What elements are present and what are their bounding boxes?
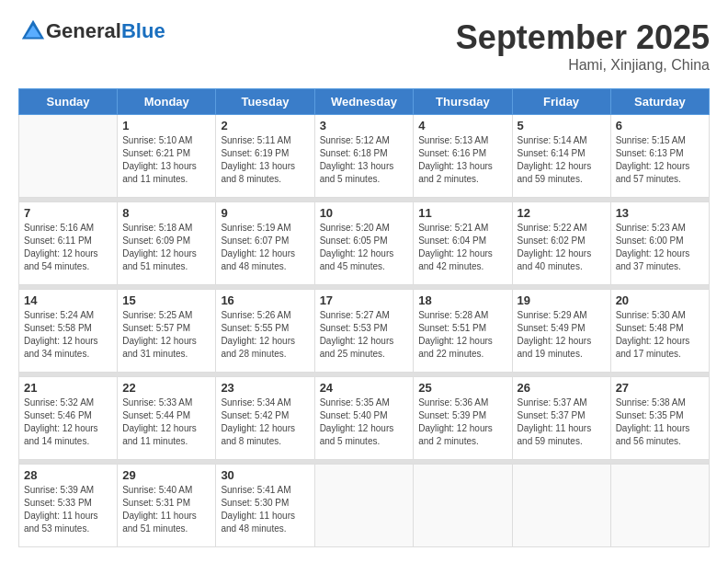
calendar-day-cell: 15Sunrise: 5:25 AMSunset: 5:57 PMDayligh…: [118, 290, 216, 373]
location-title: Hami, Xinjiang, China: [456, 57, 710, 74]
page-header: GeneralBlue September 2025 Hami, Xinjian…: [18, 18, 710, 74]
calendar-week-row: 14Sunrise: 5:24 AMSunset: 5:58 PMDayligh…: [19, 290, 710, 373]
day-number: 26: [518, 381, 606, 395]
calendar-day-cell: 3Sunrise: 5:12 AMSunset: 6:18 PMDaylight…: [314, 115, 414, 198]
day-of-week-header: Friday: [512, 89, 610, 115]
day-info: Sunrise: 5:40 AMSunset: 5:31 PMDaylight:…: [122, 484, 210, 535]
day-of-week-header: Monday: [118, 89, 216, 115]
calendar-day-cell: 20Sunrise: 5:30 AMSunset: 5:48 PMDayligh…: [610, 290, 709, 373]
calendar-day-cell: 21Sunrise: 5:32 AMSunset: 5:46 PMDayligh…: [19, 377, 118, 460]
calendar-day-cell: [314, 465, 414, 547]
calendar-day-cell: 27Sunrise: 5:38 AMSunset: 5:35 PMDayligh…: [610, 377, 709, 460]
day-number: 1: [122, 119, 210, 132]
day-number: 27: [616, 381, 704, 395]
day-number: 5: [518, 119, 606, 132]
calendar-day-cell: 14Sunrise: 5:24 AMSunset: 5:58 PMDayligh…: [19, 290, 118, 373]
calendar-day-cell: 10Sunrise: 5:20 AMSunset: 6:05 PMDayligh…: [314, 202, 414, 285]
day-number: 29: [122, 468, 210, 482]
calendar-day-cell: 5Sunrise: 5:14 AMSunset: 6:14 PMDaylight…: [512, 115, 610, 198]
day-info: Sunrise: 5:25 AMSunset: 5:57 PMDaylight:…: [122, 309, 210, 361]
day-number: 25: [418, 381, 506, 395]
logo-text-general: General: [46, 19, 121, 42]
calendar-day-cell: 12Sunrise: 5:22 AMSunset: 6:02 PMDayligh…: [512, 202, 610, 285]
calendar-day-cell: [512, 465, 610, 547]
day-number: 10: [320, 206, 409, 220]
calendar-day-cell: 6Sunrise: 5:15 AMSunset: 6:13 PMDaylight…: [610, 115, 709, 198]
calendar-day-cell: [414, 465, 512, 547]
day-info: Sunrise: 5:30 AMSunset: 5:48 PMDaylight:…: [616, 309, 704, 361]
calendar-day-cell: 2Sunrise: 5:11 AMSunset: 6:19 PMDaylight…: [216, 115, 314, 198]
day-number: 11: [418, 206, 506, 220]
calendar-day-cell: [610, 465, 709, 547]
month-title: September 2025: [456, 18, 710, 57]
calendar-week-row: 7Sunrise: 5:16 AMSunset: 6:11 PMDaylight…: [19, 202, 710, 285]
day-of-week-header: Thursday: [414, 89, 512, 115]
day-info: Sunrise: 5:26 AMSunset: 5:55 PMDaylight:…: [221, 309, 309, 361]
day-info: Sunrise: 5:16 AMSunset: 6:11 PMDaylight:…: [24, 222, 112, 273]
logo: GeneralBlue: [18, 18, 165, 44]
day-of-week-header: Saturday: [610, 89, 709, 115]
calendar-day-cell: 17Sunrise: 5:27 AMSunset: 5:53 PMDayligh…: [314, 290, 414, 373]
day-number: 6: [616, 119, 704, 132]
calendar-day-cell: 9Sunrise: 5:19 AMSunset: 6:07 PMDaylight…: [216, 202, 314, 285]
day-number: 7: [24, 206, 112, 220]
day-info: Sunrise: 5:21 AMSunset: 6:04 PMDaylight:…: [418, 222, 506, 273]
day-info: Sunrise: 5:35 AMSunset: 5:40 PMDaylight:…: [320, 396, 409, 448]
calendar-day-cell: 18Sunrise: 5:28 AMSunset: 5:51 PMDayligh…: [414, 290, 512, 373]
day-info: Sunrise: 5:13 AMSunset: 6:16 PMDaylight:…: [418, 134, 506, 186]
calendar-day-cell: 19Sunrise: 5:29 AMSunset: 5:49 PMDayligh…: [512, 290, 610, 373]
day-info: Sunrise: 5:20 AMSunset: 6:05 PMDaylight:…: [320, 222, 409, 273]
calendar-week-row: 28Sunrise: 5:39 AMSunset: 5:33 PMDayligh…: [19, 465, 710, 547]
day-number: 4: [418, 119, 506, 132]
day-info: Sunrise: 5:33 AMSunset: 5:44 PMDaylight:…: [122, 396, 210, 448]
calendar-day-cell: 22Sunrise: 5:33 AMSunset: 5:44 PMDayligh…: [118, 377, 216, 460]
day-number: 15: [122, 293, 210, 307]
day-number: 8: [122, 206, 210, 220]
day-number: 16: [221, 293, 309, 307]
day-info: Sunrise: 5:32 AMSunset: 5:46 PMDaylight:…: [24, 396, 112, 448]
calendar-day-cell: 23Sunrise: 5:34 AMSunset: 5:42 PMDayligh…: [216, 377, 314, 460]
calendar-day-cell: [19, 115, 118, 198]
day-number: 28: [24, 468, 112, 482]
logo-text-blue: Blue: [121, 19, 165, 42]
day-number: 18: [418, 293, 506, 307]
day-number: 13: [616, 206, 704, 220]
day-info: Sunrise: 5:23 AMSunset: 6:00 PMDaylight:…: [616, 222, 704, 273]
calendar-day-cell: 25Sunrise: 5:36 AMSunset: 5:39 PMDayligh…: [414, 377, 512, 460]
calendar-table: SundayMondayTuesdayWednesdayThursdayFrid…: [18, 88, 710, 547]
day-number: 3: [320, 119, 409, 132]
calendar-day-cell: 8Sunrise: 5:18 AMSunset: 6:09 PMDaylight…: [118, 202, 216, 285]
day-of-week-header: Wednesday: [314, 89, 414, 115]
day-number: 20: [616, 293, 704, 307]
calendar-day-cell: 4Sunrise: 5:13 AMSunset: 6:16 PMDaylight…: [414, 115, 512, 198]
day-info: Sunrise: 5:27 AMSunset: 5:53 PMDaylight:…: [320, 309, 409, 361]
day-info: Sunrise: 5:14 AMSunset: 6:14 PMDaylight:…: [518, 134, 606, 186]
day-number: 17: [320, 293, 409, 307]
day-number: 19: [518, 293, 606, 307]
logo-icon: [20, 18, 46, 44]
day-number: 12: [518, 206, 606, 220]
day-info: Sunrise: 5:38 AMSunset: 5:35 PMDaylight:…: [616, 396, 704, 448]
calendar-day-cell: 16Sunrise: 5:26 AMSunset: 5:55 PMDayligh…: [216, 290, 314, 373]
day-info: Sunrise: 5:37 AMSunset: 5:37 PMDaylight:…: [518, 396, 606, 448]
day-info: Sunrise: 5:19 AMSunset: 6:07 PMDaylight:…: [221, 222, 309, 273]
day-of-week-header: Sunday: [19, 89, 118, 115]
calendar-header-row: SundayMondayTuesdayWednesdayThursdayFrid…: [19, 89, 710, 115]
day-number: 14: [24, 293, 112, 307]
day-info: Sunrise: 5:39 AMSunset: 5:33 PMDaylight:…: [24, 484, 112, 535]
day-info: Sunrise: 5:41 AMSunset: 5:30 PMDaylight:…: [221, 484, 309, 535]
day-number: 22: [122, 381, 210, 395]
day-number: 24: [320, 381, 409, 395]
day-of-week-header: Tuesday: [216, 89, 314, 115]
day-info: Sunrise: 5:11 AMSunset: 6:19 PMDaylight:…: [221, 134, 309, 186]
calendar-day-cell: 24Sunrise: 5:35 AMSunset: 5:40 PMDayligh…: [314, 377, 414, 460]
day-info: Sunrise: 5:29 AMSunset: 5:49 PMDaylight:…: [518, 309, 606, 361]
day-info: Sunrise: 5:28 AMSunset: 5:51 PMDaylight:…: [418, 309, 506, 361]
day-info: Sunrise: 5:36 AMSunset: 5:39 PMDaylight:…: [418, 396, 506, 448]
calendar-day-cell: 30Sunrise: 5:41 AMSunset: 5:30 PMDayligh…: [216, 465, 314, 547]
day-info: Sunrise: 5:18 AMSunset: 6:09 PMDaylight:…: [122, 222, 210, 273]
day-info: Sunrise: 5:10 AMSunset: 6:21 PMDaylight:…: [122, 134, 210, 186]
day-number: 2: [221, 119, 309, 132]
day-info: Sunrise: 5:12 AMSunset: 6:18 PMDaylight:…: [320, 134, 409, 186]
calendar-day-cell: 1Sunrise: 5:10 AMSunset: 6:21 PMDaylight…: [118, 115, 216, 198]
